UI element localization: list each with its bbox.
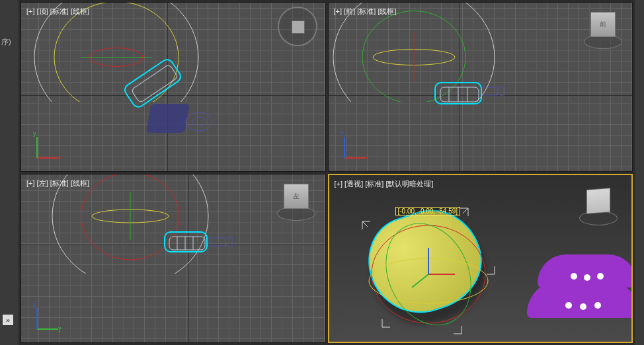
selected-object-front[interactable]: [434, 82, 482, 104]
bounding-box-handles[interactable]: [342, 195, 514, 344]
axis-y-label: y: [58, 325, 61, 332]
axis-x-label: x: [58, 154, 61, 161]
axis-tripod-top: y x: [32, 130, 65, 163]
svg-point-6: [192, 117, 206, 126]
gizmo-circles: [329, 3, 527, 102]
viewport-container: [+] [顶] [标准] [线框] y x: [19, 0, 635, 345]
gizmo-circles: [21, 3, 220, 102]
svg-rect-13: [440, 87, 479, 102]
side-panel-label: 序): [1, 37, 17, 47]
svg-point-0: [34, 3, 198, 102]
viewport-label[interactable]: [+] [顶] [标准] [线框]: [26, 7, 89, 17]
gizmo-circles: [21, 174, 220, 274]
viewcube-face[interactable]: 左: [284, 184, 309, 209]
camera-icon: [182, 108, 216, 135]
coordinate-readout: [-0.00, -0.00, -54.59]: [395, 207, 461, 215]
viewport-label[interactable]: [+] [前] [标准] [线框]: [334, 7, 397, 17]
view-cube[interactable]: [581, 186, 616, 229]
view-cube[interactable]: 前: [586, 9, 620, 53]
axis-z-label: z: [33, 301, 36, 308]
axis-z-label: z: [341, 130, 344, 137]
axis-y-label: y: [33, 130, 36, 137]
object-purple-2[interactable]: [527, 281, 633, 318]
viewport-perspective[interactable]: [+] [透视] [标准] [默认明暗处理] [-0.00, -0.00, -5…: [328, 174, 633, 344]
viewport-left[interactable]: [+] [左] [标准] [线框] 左 z y: [20, 174, 326, 344]
selected-object-left[interactable]: [164, 231, 208, 252]
svg-rect-24: [169, 237, 205, 250]
viewcube-face[interactable]: 前: [590, 12, 616, 37]
svg-point-5: [186, 112, 212, 131]
axis-tripod-left: z y: [32, 301, 65, 334]
view-cube[interactable]: 左: [279, 181, 313, 225]
viewport-front[interactable]: [+] [前] [标准] [线框] 前 z x: [328, 2, 633, 172]
compass-face-icon: [292, 20, 305, 34]
right-panel-strip[interactable]: [635, 0, 644, 345]
axis-tripod-front: z x: [339, 130, 372, 163]
viewcube-face[interactable]: [586, 188, 610, 214]
expand-panel-button[interactable]: »: [3, 315, 13, 325]
axis-x-label: x: [366, 154, 369, 161]
viewport-label[interactable]: [+] [左] [标准] [线框]: [26, 178, 89, 188]
viewport-label[interactable]: [+] [透视] [标准] [默认明暗处理]: [335, 179, 434, 189]
view-compass[interactable]: [278, 7, 317, 46]
viewport-top[interactable]: [+] [顶] [标准] [线框] y x: [20, 2, 326, 172]
axis-tripod-persp: [446, 281, 479, 314]
